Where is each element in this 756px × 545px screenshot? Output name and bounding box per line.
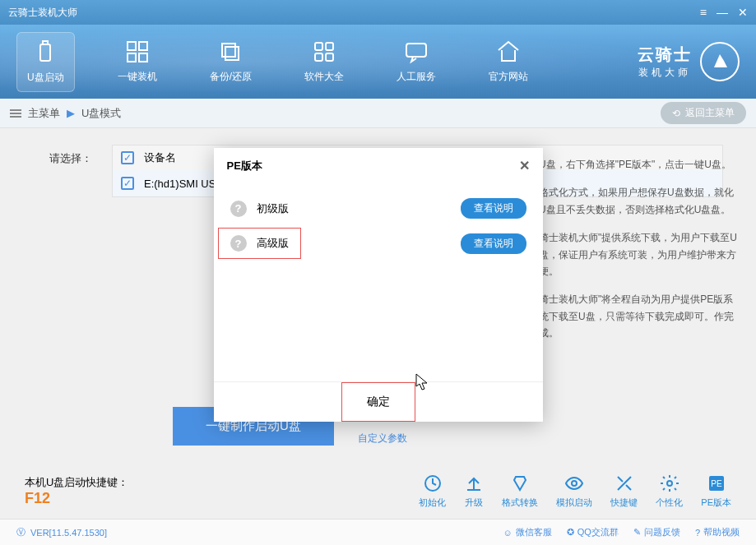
nav-software[interactable]: 软件大全 [295, 32, 354, 92]
modal-close-icon[interactable]: ✕ [519, 158, 530, 173]
svg-rect-11 [326, 53, 333, 61]
svg-rect-0 [40, 44, 50, 61]
breadcrumb: 主菜单 ▶ U盘模式 [10, 106, 121, 121]
modal-title: PE版本 [227, 159, 262, 173]
select-label: 请选择： [49, 145, 92, 166]
svg-rect-12 [406, 44, 426, 57]
nav-label: 软件大全 [304, 70, 344, 84]
svg-text:PE: PE [711, 479, 722, 488]
pe-option-advanced[interactable]: ? 高级版 [217, 227, 302, 260]
titlebar: 云骑士装机大师 ≡ — ✕ [0, 0, 756, 25]
brand-logo-icon [700, 42, 740, 81]
status-bar: Ⓥ VER[11.5.47.1530] ☺ 微信客服 ✪ QQ交流群 ✎ 问题反… [0, 519, 756, 545]
svg-rect-1 [43, 41, 48, 44]
svg-rect-7 [225, 47, 239, 60]
link-help[interactable]: ? 帮助视频 [695, 526, 740, 538]
tool-init[interactable]: 初始化 [419, 473, 446, 509]
pe-option-label: 高级版 [257, 236, 289, 251]
close-icon[interactable]: ✕ [738, 6, 748, 19]
pe-option-label: 初级版 [257, 201, 289, 216]
back-arrow-icon: ⟲ [672, 108, 680, 119]
device-name: E:(hd1)SMI US [144, 178, 216, 190]
select-all-checkbox[interactable]: ✓ [121, 151, 134, 164]
check-icon: Ⓥ [16, 526, 26, 538]
svg-rect-3 [139, 42, 147, 50]
view-desc-button[interactable]: 查看说明 [461, 233, 526, 254]
tool-pe-version[interactable]: PEPE版本 [701, 473, 731, 509]
footer-tools: 本机U盘启动快捷键： F12 初始化 升级 格式转换 模拟启动 快捷键 个性化 … [0, 466, 756, 515]
svg-point-14 [572, 481, 577, 486]
svg-rect-8 [315, 43, 322, 50]
row-checkbox[interactable]: ✓ [121, 177, 134, 190]
svg-rect-9 [326, 43, 333, 50]
breadcrumb-main[interactable]: 主菜单 [28, 106, 60, 121]
svg-rect-5 [139, 53, 147, 62]
tool-upgrade[interactable]: 升级 [464, 473, 484, 509]
nav-label: 一键装机 [118, 70, 157, 84]
column-device: 设备名 [144, 150, 176, 165]
back-button[interactable]: ⟲ 返回主菜单 [661, 102, 746, 124]
breadcrumb-current: U盘模式 [81, 106, 121, 121]
view-desc-button[interactable]: 查看说明 [461, 198, 526, 219]
pe-version-modal: PE版本 ✕ ? 初级版 查看说明 ? 高级版 查看说明 [214, 148, 543, 422]
modal-header: PE版本 ✕ [214, 148, 543, 183]
instructions-text: U盘，右下角选择"PE版本"，点击一键U盘。 格式化方式，如果用户想保存U盘数据… [539, 156, 738, 353]
breadcrumb-bar: 主菜单 ▶ U盘模式 ⟲ 返回主菜单 [0, 99, 756, 128]
hotkey-key: F12 [25, 490, 128, 507]
svg-rect-4 [128, 53, 136, 62]
nav-usb-boot[interactable]: U盘启动 [16, 32, 75, 92]
brand-main: 云骑士 [638, 44, 692, 66]
hotkey-info: 本机U盘启动快捷键： F12 [25, 475, 128, 507]
help-icon: ? [230, 201, 247, 217]
main-nav: U盘启动 一键装机 备份/还原 软件大全 人工服务 官方网站 云骑士 装机大师 [0, 25, 756, 99]
tool-hotkey[interactable]: 快捷键 [610, 473, 638, 509]
svg-point-15 [667, 481, 672, 486]
tool-format[interactable]: 格式转换 [502, 473, 538, 509]
nav-label: U盘启动 [27, 71, 64, 85]
nav-label: 人工服务 [397, 70, 436, 84]
link-qq[interactable]: ✪ QQ交流群 [567, 526, 619, 538]
tool-personalize[interactable]: 个性化 [656, 473, 683, 509]
app-title: 云骑士装机大师 [8, 6, 77, 20]
nav-website[interactable]: 官方网站 [479, 32, 538, 92]
help-icon: ? [230, 235, 247, 252]
pe-option-basic[interactable]: ? 初级版 查看说明 [214, 190, 543, 227]
brand-sub: 装机大师 [638, 66, 691, 80]
link-wechat[interactable]: ☺ 微信客服 [503, 526, 552, 538]
svg-rect-10 [315, 53, 322, 61]
menu-icon[interactable]: ≡ [700, 6, 707, 19]
nav-one-click[interactable]: 一键装机 [108, 32, 167, 92]
svg-rect-2 [128, 42, 136, 50]
nav-service[interactable]: 人工服务 [387, 32, 446, 92]
link-feedback[interactable]: ✎ 问题反馈 [633, 526, 680, 538]
nav-label: 备份/还原 [210, 70, 252, 84]
nav-backup[interactable]: 备份/还原 [200, 32, 262, 92]
version-info[interactable]: Ⓥ VER[11.5.47.1530] [16, 526, 107, 538]
nav-label: 官方网站 [489, 70, 528, 84]
list-icon [10, 109, 21, 118]
confirm-button[interactable]: 确定 [341, 382, 415, 422]
minimize-icon[interactable]: — [717, 6, 728, 19]
chevron-right-icon: ▶ [67, 107, 75, 119]
tool-simulate[interactable]: 模拟启动 [556, 473, 592, 509]
svg-rect-6 [222, 44, 235, 57]
window-controls: ≡ — ✕ [700, 6, 748, 19]
brand: 云骑士 装机大师 [638, 42, 740, 81]
custom-params-link[interactable]: 自定义参数 [358, 432, 407, 446]
